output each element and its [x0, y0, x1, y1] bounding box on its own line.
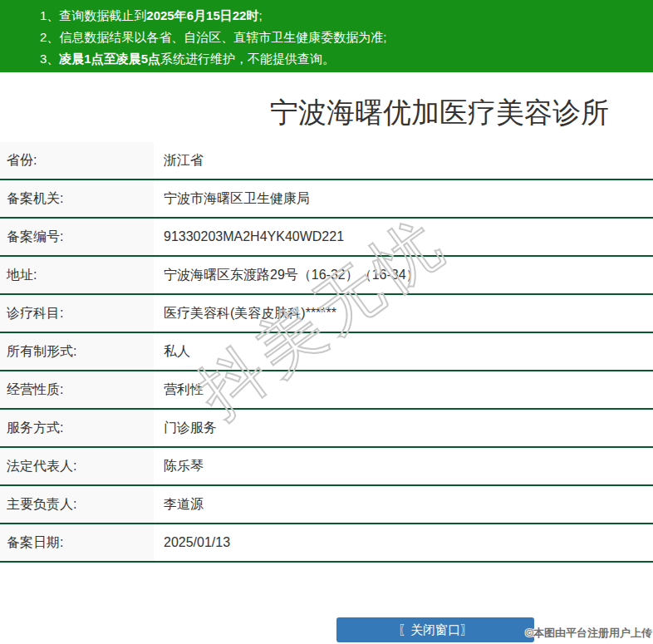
query-result-page: 1、查询数据截止到2025年6月15日22时; 2、信息数据结果以各省、自治区、… [0, 0, 653, 644]
row-value: 浙江省 [154, 142, 653, 179]
row-value: 陈乐琴 [154, 448, 653, 484]
row-value: 门诊服务 [154, 410, 653, 446]
table-row: 备案机关: 宁波市海曙区卫生健康局 [0, 180, 653, 219]
table-row: 备案日期: 2025/01/13 [0, 524, 653, 563]
table-row: 经营性质: 营利性 [0, 371, 653, 410]
row-value: 91330203MA2H4YK40WD221 [154, 219, 653, 255]
row-label: 备案机关: [0, 180, 154, 217]
upload-copyright-watermark: ©本图由平台注册用户上传 [525, 626, 652, 641]
table-row: 地址: 宁波海曙区东渡路29号（16-32）（16-34） [0, 257, 653, 295]
notice-text: 系统进行维护，不能提供查询。 [160, 52, 335, 66]
table-row: 诊疗科目: 医疗美容科(美容皮肤科)****** [0, 295, 653, 333]
row-label: 主要负责人: [0, 486, 154, 523]
record-table: 省份: 浙江省 备案机关: 宁波市海曙区卫生健康局 备案编号: 91330203… [0, 142, 653, 563]
row-label: 经营性质: [0, 371, 154, 408]
notice-text: 3、 [40, 52, 59, 66]
row-value: 私人 [154, 333, 653, 370]
row-value: 宁波海曙区东渡路29号（16-32）（16-34） [154, 257, 653, 293]
row-label: 服务方式: [0, 410, 154, 446]
notice-line-2: 2、信息数据结果以各省、自治区、直辖市卫生健康委数据为准; [40, 27, 645, 48]
notice-banner: 1、查询数据截止到2025年6月15日22时; 2、信息数据结果以各省、自治区、… [0, 0, 653, 72]
row-label: 诊疗科目: [0, 295, 154, 332]
notice-text: ; [258, 8, 262, 22]
table-row: 所有制形式: 私人 [0, 333, 653, 371]
row-label: 备案编号: [0, 219, 154, 255]
row-value: 医疗美容科(美容皮肤科)****** [154, 295, 653, 332]
table-row: 服务方式: 门诊服务 [0, 410, 653, 448]
row-label: 所有制形式: [0, 333, 154, 370]
row-label: 省份: [0, 142, 154, 179]
row-label: 备案日期: [0, 524, 154, 561]
page-title: 宁波海曙优加医疗美容诊所 [0, 72, 653, 129]
close-window-button[interactable]: 〖关闭窗口〗 [336, 617, 534, 642]
notice-text: 2、信息数据结果以各省、自治区、直辖市卫生健康委数据为准; [40, 30, 387, 44]
row-value: 李道源 [154, 486, 653, 523]
table-row: 法定代表人: 陈乐琴 [0, 448, 653, 486]
row-value: 宁波市海曙区卫生健康局 [154, 180, 653, 217]
row-value: 2025/01/13 [154, 524, 653, 561]
table-row: 主要负责人: 李道源 [0, 486, 653, 524]
row-label: 地址: [0, 257, 154, 293]
table-row: 备案编号: 91330203MA2H4YK40WD221 [0, 219, 653, 257]
notice-line-3: 3、凌晨1点至凌晨5点系统进行维护，不能提供查询。 [40, 48, 645, 70]
notice-line-1: 1、查询数据截止到2025年6月15日22时; [40, 5, 645, 27]
notice-bold: 凌晨1点至凌晨5点 [59, 52, 160, 66]
notice-text: 1、查询数据截止到 [40, 8, 146, 22]
table-row: 省份: 浙江省 [0, 142, 653, 180]
row-value: 营利性 [154, 371, 653, 408]
row-label: 法定代表人: [0, 448, 154, 484]
notice-bold: 2025年6月15日22时 [146, 8, 258, 22]
